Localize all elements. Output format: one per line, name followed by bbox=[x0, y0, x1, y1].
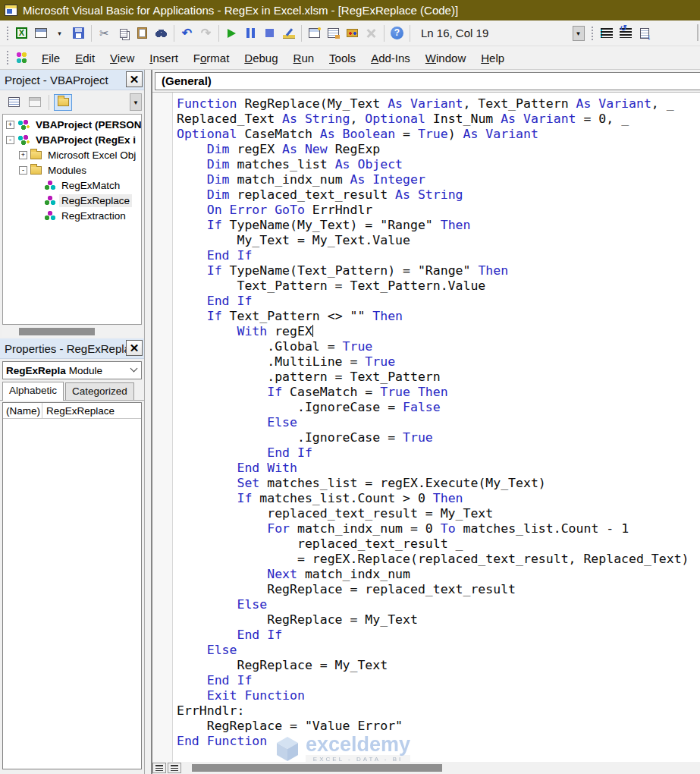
menu-file[interactable]: File bbox=[34, 49, 67, 68]
object-dropdown[interactable]: (General) bbox=[155, 72, 700, 90]
toggle-folders-button[interactable] bbox=[54, 94, 72, 111]
redo-button[interactable]: ↷ bbox=[196, 24, 215, 42]
excel-button[interactable]: X bbox=[12, 24, 31, 42]
code-line: If Text_Pattern <> "" Then bbox=[177, 309, 689, 324]
help-button[interactable]: ? bbox=[388, 24, 407, 42]
code-line: Else bbox=[177, 643, 689, 658]
toolbar-separator bbox=[410, 25, 410, 42]
full-module-view-button[interactable] bbox=[168, 763, 181, 773]
menu-run[interactable]: Run bbox=[286, 49, 322, 68]
toolbar-separator bbox=[301, 25, 302, 42]
tree-item-regexmatch[interactable]: RegExMatch bbox=[3, 178, 141, 193]
properties-close-button[interactable]: ✕ bbox=[126, 340, 143, 356]
text-cursor bbox=[312, 325, 314, 337]
design-mode-button[interactable] bbox=[279, 24, 298, 42]
copy-button[interactable] bbox=[114, 24, 133, 42]
tree-item-regextraction[interactable]: RegExtraction bbox=[3, 208, 141, 223]
menu-insert[interactable]: Insert bbox=[142, 49, 186, 68]
expand-toggle[interactable]: - bbox=[19, 166, 27, 175]
property-row: (Name)RegExReplace bbox=[3, 403, 141, 419]
project-hscroll-thumb[interactable] bbox=[19, 328, 95, 335]
project-tree[interactable]: +VBAProject (PERSON-VBAProject (RegEx i+… bbox=[2, 114, 142, 325]
undo-button[interactable]: ↶ bbox=[177, 24, 196, 42]
reset-button[interactable] bbox=[260, 24, 279, 42]
project-panel-title: Project - VBAProject bbox=[5, 74, 108, 87]
tree-item-vbaproject-regex-i[interactable]: -VBAProject (RegEx i bbox=[3, 132, 141, 147]
comment-block-button[interactable] bbox=[616, 24, 635, 42]
watermark-name: exceldemy bbox=[306, 735, 410, 754]
toolbar-grip bbox=[590, 25, 595, 42]
find-button[interactable] bbox=[152, 24, 171, 42]
project-hscrollbar[interactable] bbox=[2, 326, 142, 337]
code-editor[interactable]: Function RegReplace(My_Text As Variant, … bbox=[173, 93, 689, 762]
code-line: .IgnoreCase = False bbox=[177, 400, 689, 415]
menu-grip bbox=[5, 49, 10, 66]
dropdown-caret-button[interactable]: ▾ bbox=[50, 24, 69, 42]
expand-toggle[interactable]: - bbox=[6, 136, 14, 144]
object-browser-button[interactable] bbox=[362, 24, 381, 42]
module-icon bbox=[43, 180, 56, 191]
menu-tools[interactable]: Tools bbox=[322, 49, 363, 68]
copy-arrow-icon bbox=[640, 28, 649, 39]
toolbar-separator bbox=[384, 25, 385, 42]
menu-window[interactable]: Window bbox=[418, 49, 473, 68]
menu-format[interactable]: Format bbox=[186, 49, 237, 68]
project-scroll-down-button[interactable]: ▼ bbox=[130, 93, 142, 111]
tree-item-modules[interactable]: -Modules bbox=[3, 162, 141, 178]
dock-splitter[interactable] bbox=[144, 70, 152, 774]
properties-panel: Properties - RegExRepla ✕ RegExRepla Mod… bbox=[0, 338, 144, 774]
view-object-button[interactable] bbox=[26, 94, 44, 111]
tab-categorized[interactable]: Categorized bbox=[65, 382, 134, 400]
tree-item-microsoft-excel-obj[interactable]: +Microsoft Excel Obj bbox=[3, 147, 141, 162]
tree-item-vbaproject-person[interactable]: +VBAProject (PERSON bbox=[3, 117, 141, 132]
code-line: My_Text = My_Text.Value bbox=[177, 233, 689, 248]
margin-indicator-bar bbox=[152, 93, 173, 762]
full-module-view-icon bbox=[171, 765, 178, 771]
view-object-button[interactable] bbox=[31, 24, 50, 42]
toolbar-separator bbox=[91, 25, 92, 42]
expand-toggle[interactable]: + bbox=[19, 151, 27, 159]
properties-grid: (Name)RegExReplace bbox=[2, 402, 142, 769]
tree-item-regexreplace[interactable]: RegExReplace bbox=[3, 193, 141, 208]
code-hscroll-thumb[interactable] bbox=[192, 764, 442, 772]
menu-help[interactable]: Help bbox=[473, 49, 512, 68]
indent-icon bbox=[601, 28, 613, 38]
code-line: If CaseMatch = True Then bbox=[177, 385, 689, 400]
tab-alphabetic[interactable]: Alphabetic bbox=[2, 382, 64, 401]
help-icon: ? bbox=[391, 27, 403, 39]
view-code-button[interactable] bbox=[5, 94, 23, 111]
cut-button[interactable]: ✂ bbox=[95, 24, 114, 42]
project-explorer-button[interactable] bbox=[305, 24, 324, 42]
property-value[interactable]: RegExReplace bbox=[42, 405, 115, 417]
code-line: Set matches_list = regEX.Execute(My_Text… bbox=[177, 476, 689, 491]
properties-panel-title: Properties - RegExRepla bbox=[5, 342, 130, 355]
menu-edit[interactable]: Edit bbox=[67, 49, 102, 68]
code-hscrollbar[interactable] bbox=[186, 763, 700, 773]
paste-button[interactable] bbox=[133, 24, 152, 42]
menu-addins[interactable]: Add-Ins bbox=[363, 49, 418, 68]
view-object-icon bbox=[29, 97, 41, 107]
break-button[interactable] bbox=[241, 24, 260, 42]
properties-window-button[interactable] bbox=[324, 24, 343, 42]
exceldemy-logo bbox=[275, 735, 300, 763]
indent-button[interactable] bbox=[597, 24, 616, 42]
expand-toggle[interactable]: + bbox=[6, 121, 14, 129]
project-explorer-icon bbox=[309, 28, 320, 38]
menu-debug[interactable]: Debug bbox=[237, 49, 285, 68]
code-line: Optional CaseMatch As Boolean = True) As… bbox=[177, 127, 689, 142]
property-key: (Name) bbox=[3, 403, 42, 418]
project-close-button[interactable]: ✕ bbox=[126, 71, 143, 87]
procedure-view-button[interactable] bbox=[152, 763, 166, 773]
code-area: Function RegReplace(My_Text As Variant, … bbox=[152, 93, 700, 762]
toolbar-overflow-button[interactable]: ▼ bbox=[569, 24, 588, 42]
save-button[interactable] bbox=[69, 24, 88, 42]
menu-view[interactable]: View bbox=[102, 49, 142, 68]
copy-arrow-button[interactable] bbox=[635, 24, 654, 42]
vba-menu-icon bbox=[15, 52, 28, 64]
code-line: Dim matches_list As Object bbox=[177, 157, 689, 172]
properties-object-dropdown[interactable]: RegExRepla Module bbox=[2, 361, 142, 379]
toolbox-button[interactable] bbox=[343, 24, 362, 42]
code-line: replaced_text_result _ bbox=[177, 536, 689, 552]
code-line: End If bbox=[177, 628, 689, 643]
run-button[interactable] bbox=[222, 24, 241, 42]
